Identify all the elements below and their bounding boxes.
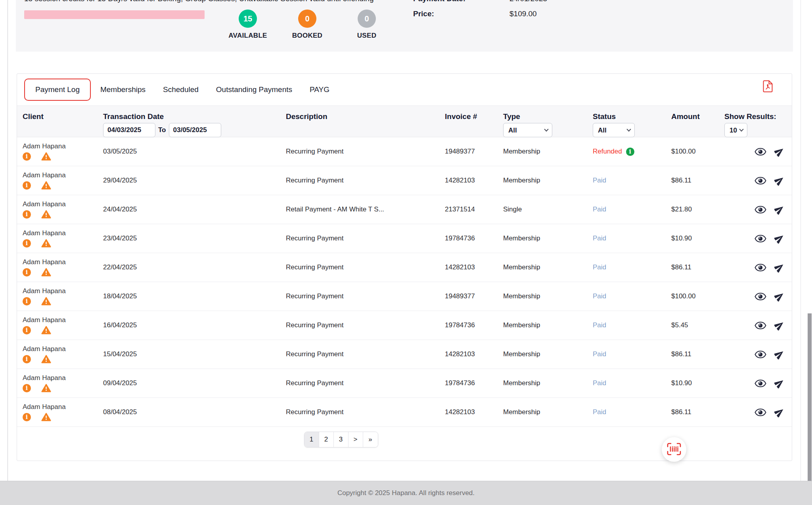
vertical-scrollbar-thumb[interactable] — [808, 313, 812, 492]
send-receipt-button[interactable] — [774, 262, 785, 273]
client-name: Adam Hapana — [23, 345, 103, 353]
info-circle-icon[interactable]: i — [23, 384, 31, 392]
send-receipt-button[interactable] — [774, 291, 785, 301]
status-text[interactable]: Paid — [593, 350, 606, 358]
view-payment-button[interactable] — [755, 234, 766, 243]
amount-cell: $100.00 — [671, 148, 724, 156]
date-from-input[interactable] — [103, 123, 155, 137]
show-results-label: Show Results: — [724, 112, 792, 121]
warning-triangle-icon[interactable] — [41, 384, 51, 392]
send-receipt-button[interactable] — [774, 407, 785, 417]
view-payment-button[interactable] — [755, 263, 766, 272]
status-text[interactable]: Paid — [593, 408, 606, 416]
paper-plane-icon — [774, 239, 785, 244]
status-text[interactable]: Paid — [593, 234, 606, 242]
status-text[interactable]: Paid — [593, 205, 606, 213]
amount-cell: $10.90 — [671, 379, 724, 387]
warning-triangle-icon[interactable] — [41, 326, 51, 334]
amount-cell: $5.45 — [671, 321, 724, 329]
stat-used: 0 USED — [337, 10, 396, 40]
paper-plane-icon — [774, 355, 785, 359]
status-text[interactable]: Paid — [593, 292, 606, 300]
info-circle-icon[interactable]: i — [626, 148, 634, 156]
export-pdf-button[interactable] — [761, 79, 774, 94]
info-circle-icon[interactable]: i — [23, 181, 31, 190]
info-circle-icon[interactable]: i — [23, 210, 31, 219]
client-name: Adam Hapana — [23, 171, 103, 179]
warning-triangle-icon[interactable] — [41, 268, 51, 277]
warning-triangle-icon[interactable] — [41, 210, 51, 219]
page-last[interactable]: » — [363, 432, 378, 447]
info-circle-icon[interactable]: i — [23, 268, 31, 277]
warning-triangle-icon[interactable] — [41, 181, 51, 190]
info-circle-icon[interactable]: i — [23, 326, 31, 334]
show-results-select[interactable]: 10 — [724, 123, 747, 137]
view-payment-button[interactable] — [755, 205, 766, 214]
page-3[interactable]: 3 — [334, 432, 349, 447]
session-stats: 15 AVAILABLE0 BOOKED0 USED — [218, 10, 396, 40]
page-next[interactable]: > — [349, 432, 363, 447]
paper-plane-icon — [774, 268, 785, 273]
warning-triangle-icon[interactable] — [41, 152, 51, 161]
tab-memberships[interactable]: Memberships — [100, 85, 146, 94]
tab-payg[interactable]: PAYG — [310, 85, 329, 94]
price-value: $109.00 — [509, 10, 537, 18]
type-filter-select[interactable]: All — [503, 123, 552, 137]
amount-cell: $10.90 — [671, 234, 724, 242]
status-filter-select[interactable]: All — [593, 123, 635, 137]
stat-label: AVAILABLE — [218, 32, 278, 40]
table-row: Adam Hapana i 03/05/2025 Recurring Payme… — [17, 137, 792, 166]
client-name: Adam Hapana — [23, 374, 103, 382]
type-cell: Membership — [503, 379, 593, 387]
status-text[interactable]: Paid — [593, 263, 606, 271]
status-cell: Paid — [593, 321, 671, 329]
view-payment-button[interactable] — [755, 292, 766, 301]
send-receipt-button[interactable] — [774, 175, 785, 186]
status-text[interactable]: Paid — [593, 321, 606, 329]
view-payment-button[interactable] — [755, 350, 766, 359]
warning-triangle-icon[interactable] — [41, 355, 51, 363]
tab-scheduled[interactable]: Scheduled — [163, 85, 199, 94]
row-actions — [724, 378, 792, 388]
view-payment-button[interactable] — [755, 408, 766, 417]
type-cell: Membership — [503, 292, 593, 300]
transaction-date-cell: 18/04/2025 — [103, 292, 286, 300]
warning-triangle-icon[interactable] — [41, 297, 51, 305]
status-text[interactable]: Paid — [593, 177, 606, 184]
tab-payment-log[interactable]: Payment Log — [24, 79, 91, 101]
send-receipt-button[interactable] — [774, 146, 785, 157]
info-circle-icon[interactable]: i — [23, 297, 31, 305]
page-2[interactable]: 2 — [319, 432, 334, 447]
paper-plane-icon — [774, 210, 785, 215]
status-cell: Paid — [593, 234, 671, 242]
client-flags: i — [23, 181, 103, 190]
amount-cell: $21.80 — [671, 205, 724, 213]
status-cell: Paid — [593, 350, 671, 358]
view-payment-button[interactable] — [755, 148, 766, 156]
info-circle-icon[interactable]: i — [23, 355, 31, 363]
view-payment-button[interactable] — [755, 321, 766, 330]
invoice-cell: 19489377 — [445, 292, 503, 300]
payment-log-card: Payment LogMembershipsScheduledOutstandi… — [17, 73, 792, 461]
status-cell: Paid — [593, 292, 671, 300]
send-receipt-button[interactable] — [774, 204, 785, 215]
date-to-input[interactable] — [169, 123, 221, 137]
status-text[interactable]: Paid — [593, 379, 606, 387]
description-cell: Recurring Payment — [286, 350, 445, 358]
info-circle-icon[interactable]: i — [23, 413, 31, 421]
row-actions — [724, 320, 792, 330]
info-circle-icon[interactable]: i — [23, 239, 31, 248]
barcode-scan-button[interactable] — [662, 437, 686, 462]
view-payment-button[interactable] — [755, 177, 766, 185]
view-payment-button[interactable] — [755, 379, 766, 388]
send-receipt-button[interactable] — [774, 378, 785, 388]
info-circle-icon[interactable]: i — [23, 152, 31, 161]
eye-icon — [755, 209, 766, 215]
warning-triangle-icon[interactable] — [41, 239, 51, 248]
send-receipt-button[interactable] — [774, 320, 785, 330]
page-1[interactable]: 1 — [304, 432, 319, 447]
send-receipt-button[interactable] — [774, 349, 785, 359]
tab-outstanding-payments[interactable]: Outstanding Payments — [216, 85, 292, 94]
warning-triangle-icon[interactable] — [41, 413, 51, 421]
send-receipt-button[interactable] — [774, 233, 785, 244]
